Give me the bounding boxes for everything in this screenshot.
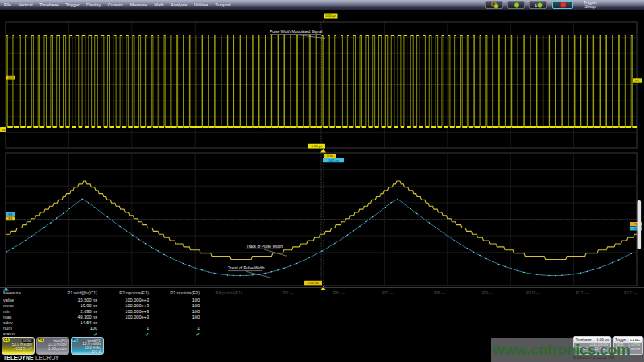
cursor-readout-yellow[interactable]: 0 ns xyxy=(324,154,336,158)
measure-col-header-4: P4:points(F1) xyxy=(186,290,242,295)
marker-labels: 0.00 μs 0.00 μs 50% P1 C1 0 ns xyxy=(0,14,642,286)
measure-col-header-6: P6:--- xyxy=(288,290,345,295)
f3-samples: 100 S xyxy=(72,351,103,355)
f3-left-tag[interactable]: F3 xyxy=(6,212,15,216)
clock: 8/16/2017 3:22:12 PM xyxy=(573,355,614,360)
measure-col-header-5: P5:--- xyxy=(237,290,294,295)
svg-text:0 ns: 0 ns xyxy=(327,154,333,158)
measure-value-p3-max: 100 xyxy=(143,315,200,319)
measure-col-header-1: P1:wid@lv(C1) xyxy=(41,290,97,295)
cursor-readout-cyan[interactable]: -502 ns xyxy=(323,158,344,163)
svg-text:Track of Pulse Width: Track of Pulse Width xyxy=(246,245,283,249)
grid2-bottom-marker[interactable]: 0.00 μs xyxy=(304,281,322,285)
c1-pwm-waveform xyxy=(6,35,637,127)
grid1-delay-marker[interactable]: 0.00 μs xyxy=(308,144,325,149)
measure-status-ok-p2: ✔ xyxy=(93,331,149,337)
f1-tab: F1 xyxy=(38,338,44,342)
measure-row-label-min: min xyxy=(3,309,10,314)
svg-text:F1: F1 xyxy=(9,216,14,220)
svg-text:0.00 μs: 0.00 μs xyxy=(325,14,336,18)
measure-table: MeasurevaluemeanminmaxsdevnumstatusP1:wi… xyxy=(0,287,644,337)
f3-tab: F3 xyxy=(72,338,78,342)
svg-text:-502 ns: -502 ns xyxy=(328,158,339,162)
trend-annotation: Trend of Pulse Width xyxy=(228,266,270,278)
watermark-text: www.cntronics.com xyxy=(493,341,644,359)
measure-col-header-12: P12:--- xyxy=(581,290,638,295)
c1-descriptor-box[interactable]: C1 DC50 50.0 mV/div -152.5 mV xyxy=(2,337,35,356)
measure-value-p3-mean: 100 xyxy=(143,303,200,308)
measure-col-header-7: P7:--- xyxy=(337,290,394,295)
svg-text:P1: P1 xyxy=(635,80,638,83)
oscilloscope-screen: FileVerticalTimebaseTriggerDisplayCursor… xyxy=(0,0,644,362)
grid1-trigger-triangle[interactable] xyxy=(320,149,326,153)
grid1-level-marker-left[interactable]: 50% xyxy=(6,76,15,80)
measure-col-header-10: P10:--- xyxy=(484,290,540,295)
measure-value-p2-sdev: --- xyxy=(93,320,149,325)
measure-row-label-mean: mean xyxy=(3,303,14,308)
top-delay-marker[interactable]: 0.00 μs xyxy=(324,14,338,19)
measure-row-label-num: num xyxy=(3,326,12,331)
f3-function: trend(P1) xyxy=(88,339,101,343)
svg-text:Pulse Width Modulated Signal: Pulse Width Modulated Signal xyxy=(270,30,322,34)
graticule xyxy=(6,22,637,286)
measure-row-label-max: max xyxy=(3,315,12,319)
measure-value-p1-sdev: 14.54 ns xyxy=(41,320,97,325)
c1-tab: C1 xyxy=(3,338,10,342)
f3-descriptor-box[interactable]: F3 trend(P1) 10.0 ns/div 10.0 #/div 100 … xyxy=(71,337,104,356)
svg-text:F3: F3 xyxy=(9,212,14,216)
brand-lecroy: LECROY xyxy=(35,355,60,360)
f1-left-tag[interactable]: F1 xyxy=(6,216,15,220)
measure-value-p2-value: 100.000e+3 xyxy=(93,298,149,302)
measure-value-p1-max: 49.300 ns xyxy=(41,315,97,319)
measure-value-p2-max: 100.000e+3 xyxy=(93,315,149,319)
f1-function: track(P1) xyxy=(54,339,68,343)
measure-value-p3-sdev: --- xyxy=(143,320,200,325)
measure-value-p3-value: 100 xyxy=(143,298,200,302)
grid1-level-marker-right[interactable]: P1 xyxy=(633,78,642,83)
svg-text:0.00 μs: 0.00 μs xyxy=(312,144,323,148)
measure-status-ok-p3: ✔ xyxy=(143,331,200,337)
measure-status-ok-p1: ✔ xyxy=(41,331,97,337)
f1-descriptor-box[interactable]: F1 track(P1) 10.0 ns/div 1.00 μs/div xyxy=(36,337,69,356)
measure-row-label-value: value xyxy=(3,298,14,302)
measure-value-p2-num: 1 xyxy=(93,326,149,331)
measure-row-label-status: status xyxy=(3,331,15,336)
teledyne-lecroy-logo: TELEDYNE LECROY xyxy=(3,355,59,360)
brand-teledyne: TELEDYNE xyxy=(3,355,34,360)
measure-table-title: Measure xyxy=(3,290,21,295)
svg-text:C1: C1 xyxy=(1,128,6,132)
measure-value-p1-num: 100 xyxy=(41,326,97,331)
measure-value-p1-value: 15.500 ns xyxy=(41,298,97,302)
measure-value-p2-mean: 100.000e+3 xyxy=(93,303,149,308)
measure-col-header-2: P2:npoints(F1) xyxy=(93,290,149,295)
c1-coupling-badge: DC50 xyxy=(22,339,33,343)
measure-value-p1-mean: 19.90 ns xyxy=(41,303,97,308)
f1-hdiv: 1.00 μs/div xyxy=(37,347,68,351)
measure-value-p3-min: 100 xyxy=(143,309,200,314)
svg-text:0.00 μs: 0.00 μs xyxy=(308,281,319,285)
svg-text:Trend of Pulse Width: Trend of Pulse Width xyxy=(228,266,265,270)
measure-row-label-sdev: sdev xyxy=(3,320,13,325)
c1-zero-marker[interactable]: C1 xyxy=(0,127,6,132)
measure-value-p3-num: 1 xyxy=(143,326,200,331)
measure-value-p1-min: 2.698 ns xyxy=(41,309,97,314)
track-annotation: Track of Pulse Width xyxy=(246,245,287,257)
c1-offset: -152.5 mV xyxy=(2,347,34,351)
right-scrollbar-thumb[interactable] xyxy=(638,200,642,249)
svg-text:50%: 50% xyxy=(8,76,14,80)
measure-value-p2-min: 100.000e+3 xyxy=(93,309,149,314)
